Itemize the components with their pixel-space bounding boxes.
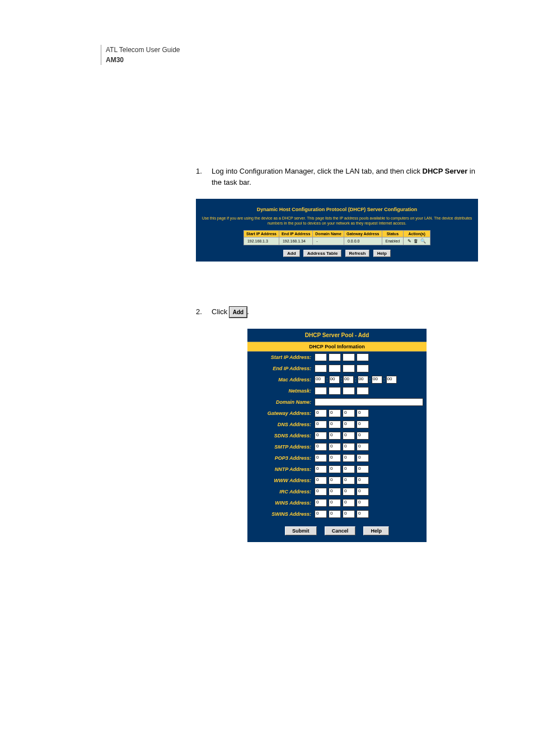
dns-oct1[interactable]: 0 [315,421,327,428]
start-ip-oct3[interactable] [343,353,355,361]
mac-2[interactable]: 00 [329,376,340,384]
label-nntp: NNTP Address: [251,466,315,472]
table-header-row: Start IP Address End IP Address Domain N… [243,231,430,237]
end-ip-oct4[interactable] [357,365,369,372]
colon-icon: : [341,377,343,382]
swins-oct4[interactable]: 0 [357,510,369,518]
nntp-oct2[interactable]: 0 [329,465,341,473]
smtp-oct2[interactable]: 0 [329,443,341,451]
row-end-ip: End IP Address: [247,363,427,374]
end-ip-oct1[interactable] [315,365,327,372]
dns-oct3[interactable]: 0 [343,421,355,428]
sdns-oct4[interactable]: 0 [357,432,369,440]
label-netmask: Netmask: [251,388,315,394]
label-gateway: Gateway Address: [251,410,315,416]
start-ip-oct2[interactable] [329,353,341,361]
row-start-ip: Start IP Address: [247,352,427,363]
smtp-oct4[interactable]: 0 [357,443,369,451]
swins-oct2[interactable]: 0 [329,510,341,518]
pop3-oct3[interactable]: 0 [343,454,355,462]
step-1: 1. Log into Configuration Manager, click… [196,166,478,188]
gateway-oct1[interactable]: 0 [315,409,327,417]
row-gateway: Gateway Address: 0 0 0 0 [247,408,427,419]
mac-3[interactable]: 00 [343,376,354,384]
row-dns: DNS Address: 0 0 0 0 [247,419,427,430]
label-pop3: POP3 Address: [251,455,315,461]
irc-oct3[interactable]: 0 [343,488,355,496]
help-button-2[interactable]: Help [363,526,389,535]
dns-oct4[interactable]: 0 [357,421,369,428]
wins-oct3[interactable]: 0 [343,499,355,507]
mac-6[interactable]: 00 [386,376,397,384]
swins-oct1[interactable]: 0 [315,510,327,518]
colon-icon: : [383,377,385,382]
mac-4[interactable]: 00 [358,376,368,384]
view-icon[interactable]: 🔍 [420,239,426,244]
mac-5[interactable]: 00 [372,376,382,384]
smtp-oct3[interactable]: 0 [343,443,355,451]
gateway-oct3[interactable]: 0 [343,409,355,417]
end-ip-oct3[interactable] [343,365,355,372]
nntp-oct1[interactable]: 0 [315,465,327,473]
edit-icon[interactable]: ✎ [407,239,411,244]
sdns-oct1[interactable]: 0 [315,432,327,440]
www-oct1[interactable]: 0 [315,477,327,484]
pop3-oct4[interactable]: 0 [357,454,369,462]
add-button[interactable]: Add [283,250,300,257]
col-domain: Domain Name [313,231,344,237]
swins-oct3[interactable]: 0 [343,510,355,518]
start-ip-oct1[interactable] [315,353,327,361]
sdns-oct3[interactable]: 0 [343,432,355,440]
netmask-oct2[interactable] [329,387,341,395]
cancel-button[interactable]: Cancel [325,526,356,535]
gateway-oct2[interactable]: 0 [329,409,341,417]
refresh-button[interactable]: Refresh [345,250,370,257]
label-smtp: SMTP Address: [251,444,315,450]
smtp-oct1[interactable]: 0 [315,443,327,451]
help-button[interactable]: Help [373,250,391,257]
nntp-oct3[interactable]: 0 [343,465,355,473]
start-ip-oct4[interactable] [357,353,369,361]
www-oct3[interactable]: 0 [343,477,355,484]
dns-oct2[interactable]: 0 [329,421,341,428]
irc-oct2[interactable]: 0 [329,488,341,496]
dhcp-pool-table: Start IP Address End IP Address Domain N… [243,230,430,245]
step-2-post: . [247,307,249,316]
label-sdns: SDNS Address: [251,433,315,438]
www-oct2[interactable]: 0 [329,477,341,484]
colon-icon: : [369,377,371,382]
dhcp-pool-add-panel: DHCP Server Pool - Add DHCP Pool Informa… [247,329,427,542]
mac-1[interactable]: 00 [315,376,325,384]
netmask-oct3[interactable] [343,387,355,395]
nntp-oct4[interactable]: 0 [357,465,369,473]
www-oct4[interactable]: 0 [357,477,369,484]
row-wins: WINS Address: 0 0 0 0 [247,497,427,508]
submit-button[interactable]: Submit [285,526,317,535]
wins-oct4[interactable]: 0 [357,499,369,507]
wins-oct2[interactable]: 0 [329,499,341,507]
pop3-oct1[interactable]: 0 [315,454,327,462]
sdns-oct2[interactable]: 0 [329,432,341,440]
label-mac: Mac Address: [251,377,315,382]
colon-icon: : [326,377,328,382]
irc-oct4[interactable]: 0 [357,488,369,496]
panel2-title: DHCP Server Pool - Add [247,329,427,342]
pop3-oct2[interactable]: 0 [329,454,341,462]
netmask-oct1[interactable] [315,387,327,395]
gateway-oct4[interactable]: 0 [357,409,369,417]
delete-icon[interactable]: 🗑 [414,239,418,244]
address-table-button[interactable]: Address Table [303,250,342,257]
row-www: WWW Address: 0 0 0 0 [247,475,427,486]
netmask-oct4[interactable] [357,387,369,395]
end-ip-oct2[interactable] [329,365,341,372]
row-domain: Domain Name: [247,396,427,408]
table-row: 192.168.1.3 192.168.1.34 - 0.0.0.0 Enabl… [243,237,430,245]
row-netmask: Netmask: [247,385,427,396]
panel1-desc: Use this page if you are using the devic… [196,216,478,230]
irc-oct1[interactable]: 0 [315,488,327,496]
step-2-number: 2. [196,306,212,318]
panel2-button-row: Submit Cancel Help [247,520,427,542]
cell-start-ip: 192.168.1.3 [243,237,279,245]
domain-input[interactable] [315,398,423,406]
wins-oct1[interactable]: 0 [315,499,327,507]
